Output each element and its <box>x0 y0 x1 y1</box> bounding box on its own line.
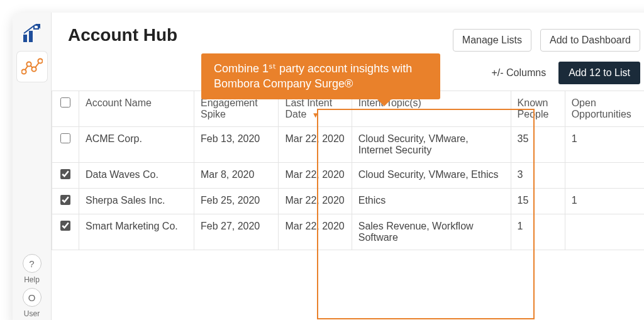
table-row[interactable]: Sherpa Sales Inc.Feb 25, 2020Mar 22, 202… <box>52 189 645 214</box>
page-title: Account Hub <box>68 25 177 45</box>
cell-last-intent-date: Mar 22, 2020 <box>279 127 352 163</box>
cell-intent-topics: Sales Revenue, Workflow Software <box>352 214 511 250</box>
cell-account-name: Data Waves Co. <box>79 163 194 189</box>
col-account-name[interactable]: Account Name <box>79 91 194 127</box>
row-checkbox[interactable] <box>60 195 70 205</box>
col-date-label: Last Intent Date <box>285 97 332 119</box>
cell-checkbox <box>52 189 79 214</box>
trend-arrow-icon <box>21 23 43 45</box>
help-button[interactable]: ? <box>23 254 42 273</box>
col-checkbox <box>52 91 79 127</box>
connected-dots-icon <box>21 58 43 75</box>
cell-known-people: 1 <box>511 214 565 250</box>
svg-point-5 <box>31 67 36 71</box>
user-button[interactable]: O <box>23 288 42 307</box>
cell-last-intent-date: Mar 22, 2020 <box>279 189 352 214</box>
nav-item-home[interactable] <box>17 19 47 49</box>
cell-checkbox <box>52 163 79 189</box>
sidebar: ? Help O User <box>13 13 52 320</box>
user-label: User <box>24 309 40 318</box>
row-checkbox[interactable] <box>60 169 70 179</box>
columns-toggle[interactable]: +/- Columns <box>491 67 546 79</box>
cell-known-people: 3 <box>511 163 565 189</box>
cell-open-opps: 0 <box>565 214 644 250</box>
cell-open-opps: 1 <box>565 189 644 214</box>
callout-text: Combine 1ˢᵗ party account insights with … <box>214 62 412 90</box>
cell-open-opps: 0 <box>565 163 644 189</box>
cell-intent-topics: Cloud Security, VMware, Internet Securit… <box>352 127 511 163</box>
nav-item-insights[interactable] <box>17 52 47 82</box>
svg-point-6 <box>38 58 42 63</box>
col-open-opps[interactable]: Open Opportunities <box>565 91 644 127</box>
cell-engagement-spike: Feb 25, 2020 <box>194 189 279 214</box>
cell-account-name: Smart Marketing Co. <box>79 214 194 250</box>
header: Account Hub Manage Lists Add to Dashboar… <box>52 13 644 52</box>
cell-account-name: Sherpa Sales Inc. <box>79 189 194 214</box>
table-row[interactable]: ACME Corp.Feb 13, 2020Mar 22, 2020Cloud … <box>52 127 645 163</box>
select-all-checkbox[interactable] <box>60 97 70 108</box>
cell-engagement-spike: Feb 13, 2020 <box>194 127 279 163</box>
cell-known-people: 35 <box>511 127 565 163</box>
manage-lists-button[interactable]: Manage Lists <box>453 29 531 52</box>
svg-rect-0 <box>23 35 27 42</box>
app-window: ? Help O User Account Hub Manage Lists A… <box>13 13 644 320</box>
row-checkbox[interactable] <box>60 221 70 231</box>
cell-engagement-spike: Mar 8, 2020 <box>194 163 279 189</box>
table-row[interactable]: Data Waves Co.Mar 8, 2020Mar 22, 2020Clo… <box>52 163 645 189</box>
row-checkbox[interactable] <box>60 133 70 143</box>
cell-checkbox <box>52 127 79 163</box>
accounts-table: Account Name Engagement Spike Last Inten… <box>52 91 644 250</box>
cell-last-intent-date: Mar 22, 2020 <box>279 163 352 189</box>
svg-rect-1 <box>29 31 33 42</box>
cell-last-intent-date: Mar 22, 2020 <box>279 214 352 250</box>
callout-tooltip: Combine 1ˢᵗ party account insights with … <box>201 53 440 99</box>
add-to-list-button[interactable]: Add 12 to List <box>558 62 640 84</box>
table-row[interactable]: Smart Marketing Co.Feb 27, 2020Mar 22, 2… <box>52 214 645 250</box>
cell-engagement-spike: Feb 27, 2020 <box>194 214 279 250</box>
help-label: Help <box>24 275 40 284</box>
cell-intent-topics: Ethics <box>352 189 511 214</box>
cell-account-name: ACME Corp. <box>79 127 194 163</box>
cell-open-opps: 1 <box>565 127 644 163</box>
svg-point-4 <box>26 62 31 66</box>
cell-known-people: 15 <box>511 189 565 214</box>
add-to-dashboard-button[interactable]: Add to Dashboard <box>540 29 640 52</box>
svg-point-3 <box>21 69 26 74</box>
sidebar-footer: ? Help O User <box>23 254 42 318</box>
col-known-people[interactable]: Known People <box>511 91 565 127</box>
sort-desc-icon: ▼ <box>312 111 319 119</box>
cell-checkbox <box>52 214 79 250</box>
cell-intent-topics: Cloud Security, VMware, Ethics <box>352 163 511 189</box>
header-buttons: Manage Lists Add to Dashboard <box>453 25 640 52</box>
